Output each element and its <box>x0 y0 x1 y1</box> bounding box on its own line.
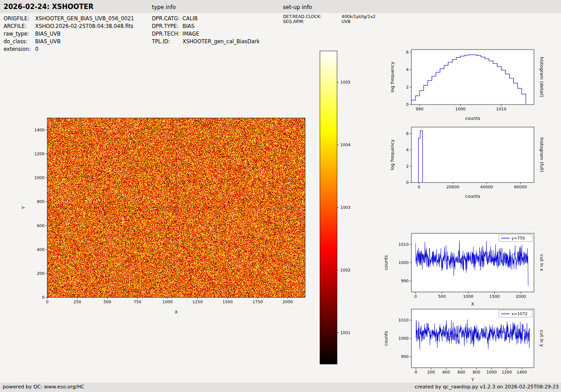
meta-value: 0 <box>35 46 38 52</box>
histogram-detail-plot <box>383 44 545 126</box>
meta-row-dpr-tech: DPR.TECH: IMAGE <box>152 31 260 38</box>
meta-value: 400k/1pt/lg/1x2 <box>342 14 375 19</box>
meta-label: SEQ.ARM: <box>283 19 342 24</box>
meta-label: extension: <box>4 46 35 52</box>
meta-value: CALIB <box>182 15 198 22</box>
meta-label: DPR.TECH: <box>152 31 182 37</box>
histogram-full-plot <box>383 123 545 205</box>
meta-row-raw-type: raw_type: BIAS_UVB <box>4 31 134 38</box>
meta-label: DPR.CATG: <box>152 15 182 22</box>
cut-in-x-plot <box>383 228 545 306</box>
colorbar <box>315 47 360 369</box>
meta-row-read-clock: DET.READ.CLOCK: 400k/1pt/lg/1x2 <box>283 14 375 19</box>
meta-row-tpl-id: TPL.ID: XSHOOTER_gen_cal_BiasDark <box>152 38 260 46</box>
meta-value: IMAGE <box>182 31 199 37</box>
meta-label: TPL.ID: <box>152 38 182 45</box>
cut-in-y-plot <box>383 303 545 382</box>
type-info-heading: type info <box>152 4 176 10</box>
meta-row-do-class: do_class: BIAS_UVB <box>4 38 134 46</box>
bias-image-heatmap <box>18 110 324 324</box>
meta-row-dpr-catg: DPR.CATG: CALIB <box>152 15 260 23</box>
meta-label: do_class: <box>4 38 35 45</box>
type-info-block: DPR.CATG: CALIB DPR.TYPE: BIAS DPR.TECH:… <box>152 15 260 46</box>
meta-row-seq-arm: SEQ.ARM: UVB <box>283 19 375 24</box>
meta-row-dpr-type: DPR.TYPE: BIAS <box>152 23 260 31</box>
meta-row-extension: extension: 0 <box>4 46 134 54</box>
footer-created-by: created by qc_rawdisp.py v1.2.3 on 2026-… <box>415 384 559 390</box>
meta-row-origfile: ORIGFILE: XSHOOTER_GEN_BIAS_UVB_056_0021 <box>4 15 134 23</box>
meta-label: ARCFILE: <box>4 23 35 29</box>
meta-value: BIAS_UVB <box>35 38 60 45</box>
meta-value: XSHOOTER_GEN_BIAS_UVB_056_0021 <box>35 15 134 22</box>
page-title: 2026-02-24: XSHOOTER <box>4 3 94 11</box>
meta-label: raw_type: <box>4 31 35 37</box>
meta-value: BIAS <box>182 23 194 29</box>
meta-label: DPR.TYPE: <box>152 23 182 29</box>
meta-value: UVB <box>342 19 351 24</box>
meta-value: XSHOOTER_gen_cal_BiasDark <box>182 38 260 45</box>
meta-value: XSHOO.2026-02-25T08:04:38.048.fits <box>35 23 133 29</box>
meta-label: DET.READ.CLOCK: <box>283 14 342 19</box>
setup-info-heading: set-up info <box>283 4 312 10</box>
meta-label: ORIGFILE: <box>4 15 35 22</box>
footer-powered-by: powered by QC: www.eso.org/HC <box>3 384 84 390</box>
file-info-block: ORIGFILE: XSHOOTER_GEN_BIAS_UVB_056_0021… <box>4 15 134 54</box>
setup-info-block: DET.READ.CLOCK: 400k/1pt/lg/1x2 SEQ.ARM:… <box>283 14 375 24</box>
meta-row-arcfile: ARCFILE: XSHOO.2026-02-25T08:04:38.048.f… <box>4 23 134 31</box>
meta-value: BIAS_UVB <box>35 31 60 37</box>
